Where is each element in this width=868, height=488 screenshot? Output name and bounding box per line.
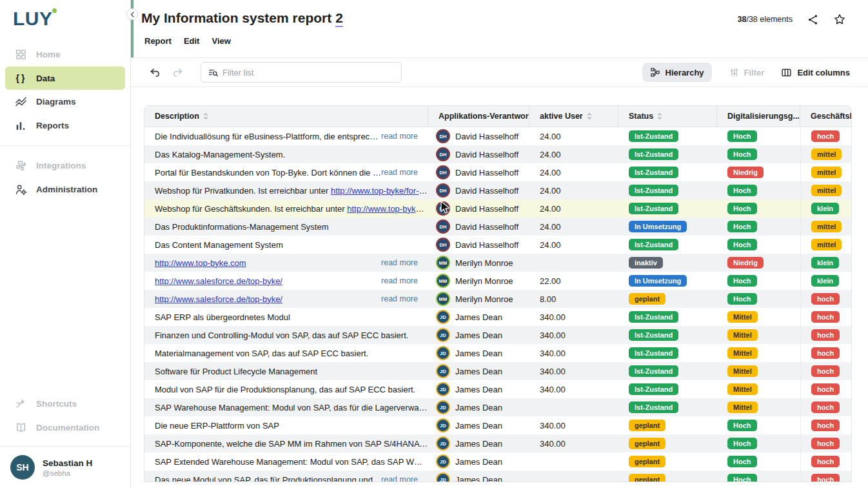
status-cell: In Umsetzung [618, 272, 717, 290]
table-row[interactable]: Die neue ERP-Plattform von SAPJDJames De… [144, 416, 851, 434]
table-row[interactable]: http://www.top-byke.comread moreMMMerily… [144, 254, 851, 272]
table-row[interactable]: Das Produktinformations-Management Syste… [144, 218, 851, 236]
table-row[interactable]: Software für Product Lifecycle Managemen… [144, 362, 851, 380]
crit-badge: hoch [811, 402, 840, 413]
digi-badge: Hoch [727, 456, 757, 467]
redo-icon [172, 66, 184, 79]
table-row[interactable]: Webshop für Geschäftskunden. Ist erreich… [144, 199, 851, 218]
owner-name: David Hasselhoff [455, 132, 518, 141]
owner-cell: JDJames Dean [428, 471, 529, 482]
column-header-2[interactable]: aktive User [529, 106, 618, 127]
column-header-3[interactable]: Status [618, 106, 717, 127]
owner-name: David Hasselhoff [455, 240, 518, 250]
crit-cell: hoch [800, 308, 852, 326]
read-more-link[interactable]: read more [381, 168, 428, 177]
description-cell: SAP Warehouse Management: Modul von SAP,… [144, 398, 428, 416]
read-more-link[interactable]: read more [381, 294, 428, 303]
table-row[interactable]: Das Content Management SystemDHDavid Has… [144, 236, 851, 254]
table-row[interactable]: http://www.salesforce.de/top-byke/read m… [144, 272, 851, 290]
sidebar-item-home[interactable]: Home [0, 43, 130, 66]
read-more-link[interactable]: read more [381, 276, 428, 285]
column-header-4[interactable]: Digitalisierungsg... [717, 106, 800, 127]
table-row[interactable]: SAP ERP als übergeordnetes ModulJDJames … [144, 308, 851, 326]
menu-edit[interactable]: Edit [184, 36, 200, 46]
table-row[interactable]: Portal für Bestandskunden von Top-Byke. … [144, 163, 851, 181]
toolbar: Hierarchy Filter Edit columns [131, 57, 868, 87]
description-link[interactable]: http://www.salesforce.de/top-byke/ [155, 294, 282, 304]
digi-cell: Hoch [717, 272, 800, 290]
filter-list-input[interactable] [222, 68, 395, 77]
table-row[interactable]: Modul von SAP für die Produktionsplanung… [144, 380, 851, 398]
sidebar-item-shortcuts[interactable]: Shortcuts [0, 392, 130, 416]
crit-badge: hoch [811, 329, 840, 341]
app-root: LUY Home { } Data Diagrams [0, 0, 868, 488]
redo-button[interactable] [169, 64, 186, 81]
column-header-1[interactable]: Applikations-Verantwort... [428, 106, 529, 127]
table-row[interactable]: SAP Extended Warehouse Management: Modul… [144, 452, 851, 471]
owner-name: David Hasselhoff [455, 186, 518, 196]
sidebar-item-administration[interactable]: Administration [0, 178, 130, 201]
read-more-link[interactable]: read more [381, 475, 428, 482]
description-cell: Modul von SAP für die Produktionsplanung… [144, 380, 428, 398]
crit-cell: hoch [800, 127, 852, 145]
table-row[interactable]: Finanzen und Controlling-Modul von SAP, … [144, 326, 851, 344]
status-badge: In Umsetzung [629, 275, 687, 287]
owner-name: David Hasselhoff [455, 204, 518, 214]
sidebar-item-documentation[interactable]: Documentation [0, 416, 130, 440]
column-header-0[interactable]: Description [144, 106, 428, 127]
sidebar-item-diagrams[interactable]: Diagrams [0, 90, 130, 114]
table-row[interactable]: Materialmanagement von SAP, das auf SAP … [144, 344, 851, 362]
active-user-cell [529, 254, 618, 272]
status-badge: inaktiv [629, 257, 663, 269]
undo-button[interactable] [146, 64, 164, 81]
description-text: Die Individuallösung für eBusiness-Platt… [155, 132, 381, 141]
sort-icon [657, 112, 662, 120]
column-header-5[interactable]: Geschäftskritik [800, 106, 852, 127]
description-link[interactable]: http://www.top-byke/for-you/ [331, 186, 428, 196]
hierarchy-button[interactable]: Hierarchy [642, 63, 712, 82]
edit-columns-button[interactable]: Edit columns [781, 67, 850, 78]
sidebar-collapse-button[interactable] [126, 8, 138, 20]
description-link[interactable]: http://www.top-byke/business/ [347, 204, 428, 214]
table-row[interactable]: Die Individuallösung für eBusiness-Platt… [144, 127, 851, 145]
sidebar-item-label: Diagrams [36, 97, 76, 107]
puzzle-icon [14, 159, 27, 172]
sidebar-item-label: Data [36, 74, 55, 83]
user-block[interactable]: SH Sebastian H @sebha [0, 446, 130, 488]
star-icon [833, 13, 846, 26]
menu-report[interactable]: Report [144, 36, 172, 46]
read-more-link[interactable]: read more [381, 258, 428, 267]
sidebar: LUY Home { } Data Diagrams [0, 0, 131, 488]
sidebar-item-data[interactable]: { } Data [5, 66, 125, 90]
menu-view[interactable]: View [212, 36, 230, 46]
favorite-button[interactable] [833, 13, 846, 26]
description-link[interactable]: http://www.salesforce.de/top-byke/ [155, 276, 282, 286]
table-row[interactable]: Webshop für Privatkunden. Ist erreichbar… [144, 181, 851, 199]
digi-badge: Hoch [727, 293, 757, 305]
filter-button[interactable]: Filter [729, 67, 765, 77]
table-row[interactable]: Das neue Modul von SAP, das für Produkti… [144, 471, 851, 482]
description-cell: Das neue Modul von SAP, das für Produkti… [144, 471, 428, 482]
share-button[interactable] [807, 14, 819, 26]
table-row[interactable]: http://www.salesforce.de/top-byke/read m… [144, 290, 851, 308]
page-title[interactable]: My Information system report2 [141, 10, 343, 26]
digi-cell: Hoch [717, 290, 800, 308]
digi-cell: Mittel [717, 344, 800, 362]
status-cell: Ist-Zustand [618, 308, 717, 326]
avatar: DH [436, 147, 450, 161]
description-cell: Finanzen und Controlling-Modul von SAP, … [144, 326, 428, 344]
status-badge: geplant [629, 420, 666, 431]
user-name: Sebastian H [43, 458, 92, 468]
bar-chart-icon [14, 119, 27, 132]
table-row[interactable]: Das Katalog-Management-System.DHDavid Ha… [144, 145, 851, 163]
table-row[interactable]: SAP Warehouse Management: Modul von SAP,… [144, 398, 851, 416]
description-cell: Webshop für Geschäftskunden. Ist erreich… [144, 199, 428, 218]
sidebar-item-integrations[interactable]: Integrations [0, 154, 130, 178]
sidebar-item-reports[interactable]: Reports [0, 114, 130, 137]
table-row[interactable]: SAP-Komponente, welche die SAP MM im Rah… [144, 434, 851, 452]
filter-list-field[interactable] [201, 62, 402, 83]
description-link[interactable]: http://www.top-byke.com [155, 258, 246, 268]
status-badge: Ist-Zustand [629, 402, 678, 413]
avatar: JD [436, 328, 450, 342]
read-more-link[interactable]: read more [381, 132, 428, 141]
